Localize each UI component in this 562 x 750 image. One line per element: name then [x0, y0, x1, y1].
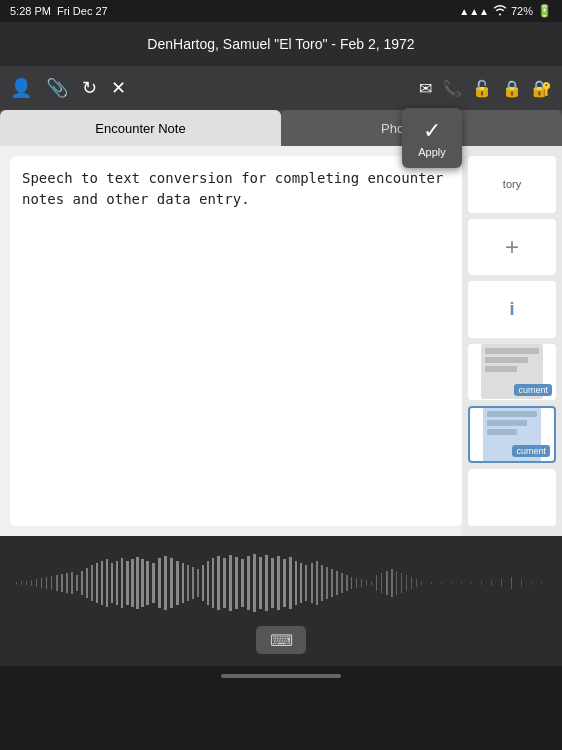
person-icon[interactable]: 👤: [10, 77, 32, 99]
svg-rect-50: [283, 559, 286, 607]
keyboard-icon: ⌨: [270, 631, 293, 650]
sidebar-card-doc1[interactable]: cument: [468, 344, 556, 401]
svg-rect-34: [192, 567, 194, 599]
svg-rect-89: [541, 582, 542, 584]
apply-label: Apply: [418, 146, 446, 158]
apply-check-icon: ✓: [423, 118, 441, 144]
svg-rect-58: [326, 567, 328, 599]
svg-rect-60: [336, 571, 338, 595]
sidebar-card-info[interactable]: i: [468, 281, 556, 338]
svg-rect-43: [241, 559, 244, 607]
svg-rect-29: [164, 556, 167, 610]
svg-rect-32: [182, 563, 184, 603]
svg-rect-16: [96, 563, 98, 603]
home-indicator: [0, 666, 562, 686]
apply-button[interactable]: ✓ Apply: [402, 108, 462, 168]
sidebar-card-history[interactable]: tory: [468, 156, 556, 213]
svg-rect-65: [361, 579, 362, 587]
svg-rect-4: [36, 579, 37, 587]
svg-rect-87: [521, 579, 522, 587]
svg-rect-2: [26, 581, 27, 585]
sidebar-history-label: tory: [503, 178, 521, 190]
lock-fill-icon[interactable]: 🔐: [532, 79, 552, 98]
close-icon[interactable]: ✕: [111, 77, 126, 99]
add-icon: +: [505, 233, 519, 261]
tab-encounter-note[interactable]: Encounter Note: [0, 110, 281, 146]
svg-rect-78: [431, 582, 432, 584]
audio-area: ⌨: [0, 536, 562, 666]
svg-rect-67: [371, 581, 372, 585]
svg-rect-30: [170, 558, 173, 608]
svg-rect-6: [46, 577, 47, 589]
svg-rect-54: [305, 565, 307, 601]
svg-rect-15: [91, 565, 93, 601]
svg-rect-86: [511, 577, 512, 589]
svg-rect-17: [101, 561, 103, 605]
svg-rect-7: [51, 576, 52, 590]
lock-icon[interactable]: 🔒: [502, 79, 522, 98]
paperclip-icon[interactable]: 📎: [46, 77, 68, 99]
doc2-label: cument: [512, 445, 550, 457]
info-icon: i: [509, 299, 514, 320]
svg-rect-0: [16, 582, 17, 584]
envelope-icon[interactable]: ✉: [419, 79, 432, 98]
svg-rect-31: [176, 561, 179, 605]
note-textarea[interactable]: Speech to text conversion for completing…: [22, 168, 450, 508]
svg-rect-75: [411, 577, 412, 589]
svg-rect-42: [235, 557, 238, 609]
sidebar-card-add[interactable]: +: [468, 219, 556, 276]
note-area: Speech to text conversion for completing…: [10, 156, 462, 526]
svg-rect-10: [66, 573, 68, 593]
refresh-icon[interactable]: ↻: [82, 77, 97, 99]
svg-rect-62: [346, 575, 348, 591]
lock-open-icon[interactable]: 🔓: [472, 79, 492, 98]
svg-rect-70: [386, 571, 388, 595]
svg-rect-69: [381, 573, 382, 593]
svg-rect-80: [451, 582, 452, 584]
svg-rect-59: [331, 569, 333, 597]
status-right: ▲▲▲ 72% 🔋: [459, 4, 552, 18]
svg-rect-14: [86, 568, 88, 598]
svg-rect-1: [21, 581, 22, 585]
svg-rect-73: [401, 573, 402, 593]
svg-rect-40: [223, 558, 226, 608]
waveform-svg: [11, 553, 551, 613]
svg-rect-47: [265, 555, 268, 611]
svg-rect-13: [81, 571, 83, 595]
battery-icon: 🔋: [537, 4, 552, 18]
svg-rect-63: [351, 577, 352, 589]
svg-rect-38: [212, 558, 214, 608]
svg-rect-46: [259, 557, 262, 609]
svg-rect-11: [71, 572, 73, 594]
status-left: 5:28 PM Fri Dec 27: [10, 5, 108, 17]
home-bar: [221, 674, 341, 678]
svg-rect-72: [396, 571, 397, 595]
svg-rect-37: [207, 561, 209, 605]
battery: 72%: [511, 5, 533, 17]
svg-rect-33: [187, 565, 189, 601]
svg-rect-21: [121, 558, 123, 608]
svg-rect-27: [152, 563, 155, 603]
svg-rect-49: [277, 556, 280, 610]
svg-rect-20: [116, 561, 118, 605]
toolbar: 👤 📎 ↻ ✕ ✉ 📞 🔓 🔒 🔐: [0, 66, 562, 110]
status-bar: 5:28 PM Fri Dec 27 ▲▲▲ 72% 🔋: [0, 0, 562, 22]
sidebar-card-doc2[interactable]: cument: [468, 406, 556, 463]
svg-rect-23: [131, 559, 134, 607]
svg-rect-8: [56, 575, 58, 591]
keyboard-button[interactable]: ⌨: [256, 626, 306, 654]
header-title: DenHartog, Samuel "El Toro" - Feb 2, 197…: [147, 36, 414, 52]
svg-rect-18: [106, 559, 108, 607]
main-content: Speech to text conversion for completing…: [0, 146, 562, 536]
phone-icon[interactable]: 📞: [442, 79, 462, 98]
sidebar-card-blank[interactable]: [468, 469, 556, 526]
svg-rect-81: [461, 582, 462, 584]
svg-rect-9: [61, 574, 63, 592]
svg-rect-19: [111, 563, 113, 603]
svg-rect-84: [491, 580, 492, 586]
svg-rect-79: [441, 582, 442, 584]
tabs-row: Encounter Note Photo Markup: [0, 110, 562, 146]
svg-rect-39: [217, 556, 220, 610]
svg-rect-26: [146, 561, 149, 605]
header-bar: DenHartog, Samuel "El Toro" - Feb 2, 197…: [0, 22, 562, 66]
